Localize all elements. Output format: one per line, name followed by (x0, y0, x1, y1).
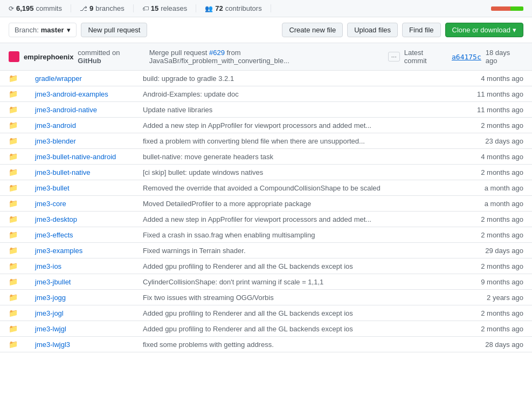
file-name-cell: jme3-core (26, 196, 134, 212)
branches-stat[interactable]: ⎇ 9 branches (71, 4, 134, 12)
clone-or-download-button[interactable]: Clone or download ▾ (445, 23, 523, 37)
file-name-link[interactable]: jme3-lwjgl (35, 325, 66, 333)
file-name-link[interactable]: jme3-desktop (35, 215, 77, 223)
file-name-link[interactable]: jme3-bullet-native-android (35, 153, 116, 161)
file-name-link[interactable]: jme3-jbullet (35, 278, 71, 286)
new-pull-request-button[interactable]: New pull request (81, 23, 147, 37)
file-time: 23 days ago (485, 137, 523, 145)
file-name-cell: jme3-blender (26, 133, 134, 149)
folder-icon: 📁 (9, 183, 18, 192)
file-description: Fixed warnings in Terrain shader. (143, 247, 246, 255)
file-name-link[interactable]: jme3-jogg (35, 294, 66, 302)
file-description: CylinderCollisionShape: don't print warn… (143, 278, 323, 286)
file-name-link[interactable]: jme3-effects (35, 231, 73, 239)
more-commits-button[interactable]: ··· (388, 52, 400, 62)
create-new-file-button[interactable]: Create new file (282, 23, 343, 37)
file-time-cell: 11 months ago (453, 102, 532, 118)
file-name-link[interactable]: jme3-jogl (35, 309, 64, 317)
folder-icon-cell: 📁 (0, 86, 26, 102)
file-time: 2 months ago (481, 121, 523, 130)
chevron-down-icon: ▾ (513, 26, 516, 34)
file-name-link[interactable]: gradle/wrapper (35, 74, 82, 83)
branches-icon: ⎇ (80, 5, 87, 12)
branch-label: Branch: (15, 26, 39, 34)
table-row: 📁 jme3-bullet-native-android bullet-nati… (0, 149, 532, 165)
file-description-cell: [ci skip] bullet: update windows natives (134, 165, 453, 180)
folder-icon: 📁 (9, 168, 18, 176)
table-row: 📁 jme3-desktop Added a new step in AppPr… (0, 212, 532, 227)
find-file-button[interactable]: Find file (402, 23, 441, 37)
commit-bar: empirephoenix committed on GitHub Merge … (0, 43, 532, 71)
file-description-cell: Added gpu profiling to Renderer and all … (134, 258, 453, 274)
contributors-count: 72 (215, 4, 223, 12)
file-time: 29 days ago (485, 247, 523, 255)
folder-icon-cell: 📁 (0, 274, 26, 290)
file-description-cell: Fixed warnings in Terrain shader. (134, 243, 453, 258)
file-description-cell: Added a new step in AppProfiler for view… (134, 118, 453, 133)
folder-icon-cell: 📁 (0, 212, 26, 227)
file-name-link[interactable]: jme3-blender (35, 137, 76, 145)
file-time-cell: 9 months ago (453, 274, 532, 290)
table-row: 📁 jme3-bullet Removed the override that … (0, 180, 532, 196)
file-name-link[interactable]: jme3-ios (35, 262, 61, 270)
commit-author[interactable]: empirephoenix (24, 53, 73, 61)
branch-selector[interactable]: Branch: master ▾ (9, 23, 77, 37)
file-name-cell: jme3-jogg (26, 290, 134, 305)
file-name-cell: jme3-android (26, 118, 134, 133)
file-name-link[interactable]: jme3-bullet (35, 184, 70, 192)
file-name-link[interactable]: jme3-core (35, 200, 66, 208)
pr-link[interactable]: #629 (209, 49, 225, 57)
file-description: Added gpu profiling to Renderer and all … (143, 262, 353, 270)
commit-action: committed on GitHub (78, 49, 144, 65)
folder-icon-cell: 📁 (0, 165, 26, 180)
toolbar: Branch: master ▾ New pull request Create… (0, 17, 532, 43)
file-description-cell: Android-Examples: update doc (134, 86, 453, 102)
file-time-cell: 11 months ago (453, 86, 532, 102)
file-name-link[interactable]: jme3-bullet-native (35, 168, 91, 176)
file-time: 4 months ago (481, 153, 523, 161)
table-row: 📁 jme3-jogl Added gpu profiling to Rende… (0, 305, 532, 321)
upload-files-button[interactable]: Upload files (347, 23, 398, 37)
file-description: fixed some problems with getting address… (143, 340, 274, 349)
file-name-cell: jme3-ios (26, 258, 134, 274)
table-row: 📁 jme3-ios Added gpu profiling to Render… (0, 258, 532, 274)
file-name-link[interactable]: jme3-lwjgl3 (35, 340, 70, 349)
file-time-cell: 29 days ago (453, 243, 532, 258)
folder-icon: 📁 (9, 215, 18, 223)
file-description-cell: bullet-native: move generate headers tas… (134, 149, 453, 165)
folder-icon: 📁 (9, 121, 18, 130)
folder-icon-cell: 📁 (0, 243, 26, 258)
contributors-icon: 👥 (205, 5, 213, 12)
stats-bar: ⟳ 6,195 commits ⎇ 9 branches 🏷 15 releas… (0, 0, 532, 17)
file-time: 2 years ago (487, 294, 523, 302)
clone-label: Clone or download (452, 26, 510, 34)
file-time-cell: 2 months ago (453, 227, 532, 243)
file-description-cell: Fixed a crash in ssao.frag when enabling… (134, 227, 453, 243)
file-time-cell: 4 months ago (453, 71, 532, 86)
file-name-link[interactable]: jme3-android-examples (35, 90, 108, 98)
file-name-cell: jme3-effects (26, 227, 134, 243)
folder-icon: 📁 (9, 324, 18, 333)
folder-icon-cell: 📁 (0, 290, 26, 305)
file-name-link[interactable]: jme3-examples (35, 247, 82, 255)
file-description-cell: Added gpu profiling to Renderer and all … (134, 305, 453, 321)
file-name-link[interactable]: jme3-android-native (35, 106, 97, 114)
file-time-cell: a month ago (453, 196, 532, 212)
branch-name: master (41, 26, 64, 34)
file-time: 2 months ago (481, 262, 523, 270)
file-description-cell: Removed the override that avoided a Comp… (134, 180, 453, 196)
commits-stat[interactable]: ⟳ 6,195 commits (9, 4, 71, 12)
file-name-cell: jme3-lwjgl (26, 321, 134, 337)
table-row: 📁 jme3-examples Fixed warnings in Terrai… (0, 243, 532, 258)
contributors-stat[interactable]: 👥 72 contributors (196, 4, 271, 12)
avatar (9, 51, 19, 62)
commits-label: commits (36, 4, 62, 12)
folder-icon-cell: 📁 (0, 227, 26, 243)
commit-sha[interactable]: a64175c (452, 53, 481, 61)
file-name-link[interactable]: jme3-android (35, 121, 76, 130)
folder-icon: 📁 (9, 230, 18, 239)
file-time: 2 months ago (481, 309, 523, 317)
releases-label: releases (161, 4, 187, 12)
releases-stat[interactable]: 🏷 15 releases (134, 4, 197, 12)
file-name-cell: jme3-jogl (26, 305, 134, 321)
